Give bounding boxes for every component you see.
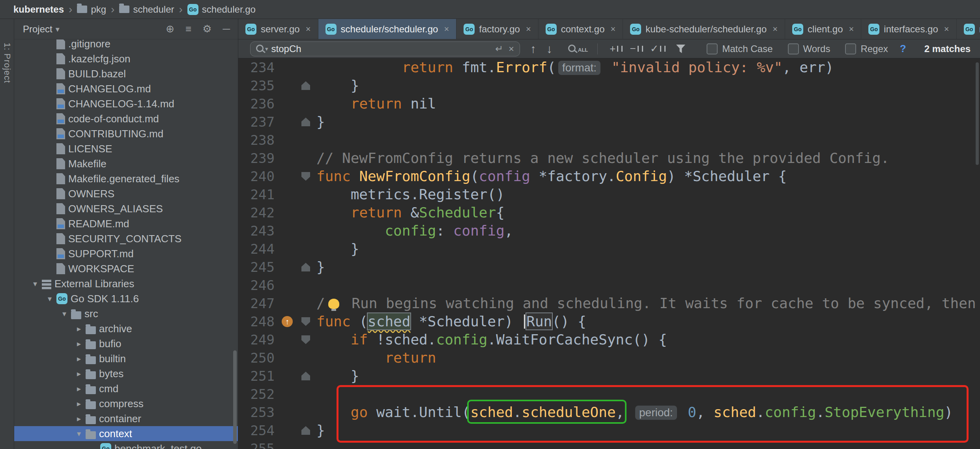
- code-line[interactable]: 249 if !sched.config.WaitForCacheSync() …: [238, 331, 980, 349]
- previous-occurrence-icon[interactable]: ↑: [530, 42, 536, 56]
- tree-item-workspace[interactable]: WORKSPACE: [14, 261, 238, 276]
- tree-collapsed-arrow-icon[interactable]: ▸: [73, 339, 85, 348]
- tree-item-support-md[interactable]: SUPPORT.md: [14, 246, 238, 261]
- close-icon[interactable]: ×: [772, 24, 778, 34]
- code-line[interactable]: 247/ Run begins watching and scheduling.…: [238, 294, 980, 312]
- editor-tab-factory-go[interactable]: Gofactory.go×: [456, 19, 538, 39]
- breadcrumb-item-scheduler[interactable]: scheduler: [119, 4, 174, 15]
- clear-search-icon[interactable]: ×: [509, 43, 514, 54]
- gear-icon[interactable]: ⚙: [202, 23, 211, 35]
- project-tool-button[interactable]: 1: Project: [2, 43, 12, 83]
- close-icon[interactable]: ×: [526, 24, 531, 34]
- tree-item-code-of-conduct-md[interactable]: code-of-conduct.md: [14, 111, 238, 126]
- fold-end-icon[interactable]: [301, 118, 310, 126]
- code-line[interactable]: 239// NewFromConfig returns a new schedu…: [238, 149, 980, 167]
- tree-item-makefile-generated-files[interactable]: Makefile.generated_files: [14, 171, 238, 186]
- tree-collapsed-arrow-icon[interactable]: ▸: [73, 399, 85, 408]
- code-line[interactable]: 234 return fmt.Errorf(format: "invalid p…: [238, 58, 980, 77]
- tree-expanded-arrow-icon[interactable]: ▾: [29, 279, 41, 288]
- code-line[interactable]: 236 return nil: [238, 95, 980, 113]
- tree-collapsed-arrow-icon[interactable]: ▸: [73, 354, 85, 363]
- fold-end-icon[interactable]: [301, 263, 310, 271]
- intention-bulb-icon[interactable]: [328, 299, 339, 309]
- tree-expanded-arrow-icon[interactable]: ▾: [73, 429, 85, 438]
- tree-item-changelog-1-14-md[interactable]: CHANGELOG-1.14.md: [14, 96, 238, 111]
- fold-end-icon[interactable]: [301, 426, 310, 435]
- tree-item-src[interactable]: ▾src: [14, 306, 238, 321]
- editor-scrollbar[interactable]: [974, 58, 980, 449]
- breadcrumb-item-pkg[interactable]: pkg: [77, 4, 106, 15]
- search-query-text[interactable]: stopCh: [271, 43, 495, 54]
- add-selection-icon[interactable]: +: [610, 43, 623, 55]
- breadcrumb-item-kubernetes[interactable]: kubernetes: [13, 4, 64, 15]
- code-line[interactable]: 255: [238, 440, 980, 449]
- tree-item-external-libraries[interactable]: ▾External Libraries: [14, 276, 238, 291]
- tree-item-builtin[interactable]: ▸builtin: [14, 351, 238, 366]
- find-all-icon[interactable]: ALL: [563, 45, 588, 53]
- tree-item-makefile[interactable]: Makefile: [14, 156, 238, 171]
- code-line[interactable]: 251 }: [238, 367, 980, 385]
- tree-item-bytes[interactable]: ▸bytes: [14, 366, 238, 381]
- editor-tab-context-go[interactable]: Gocontext.go×: [539, 19, 623, 39]
- words-option[interactable]: Words: [788, 43, 830, 54]
- tree-item-license[interactable]: LICENSE: [14, 141, 238, 156]
- close-icon[interactable]: ×: [306, 24, 311, 34]
- match-case-option[interactable]: Match Case: [707, 43, 772, 54]
- editor-tab-scheduler-scheduler-go[interactable]: Goscheduler/scheduler.go×: [318, 19, 457, 39]
- close-icon[interactable]: ×: [611, 24, 616, 34]
- tree-item-build-bazel[interactable]: BUILD.bazel: [14, 66, 238, 81]
- editor-tab-kube-scheduler-scheduler-go[interactable]: Gokube-scheduler/scheduler.go×: [623, 19, 785, 39]
- tree-item-archive[interactable]: ▸archive: [14, 321, 238, 336]
- tree-item-cmd[interactable]: ▸cmd: [14, 381, 238, 396]
- newline-icon[interactable]: ↵: [495, 43, 503, 54]
- regex-option[interactable]: Regex: [845, 43, 888, 54]
- code-editor[interactable]: 234 return fmt.Errorf(format: "invalid p…: [238, 58, 980, 449]
- tree-expanded-arrow-icon[interactable]: ▾: [44, 294, 56, 303]
- search-input[interactable]: ▾ stopCh ↵ ×: [250, 41, 520, 56]
- tree-item-kazelcfg-json[interactable]: .kazelcfg.json: [14, 51, 238, 66]
- code-line[interactable]: 250 return: [238, 349, 980, 367]
- tree-item-context[interactable]: ▾context: [14, 426, 238, 441]
- code-line[interactable]: 241 metrics.Register(): [238, 185, 980, 204]
- view-options-icon[interactable]: ≡: [185, 23, 191, 35]
- code-line[interactable]: 235 }: [238, 77, 980, 95]
- tree-item-readme-md[interactable]: README.md: [14, 216, 238, 231]
- search-history-caret-icon[interactable]: ▾: [265, 45, 268, 52]
- tree-expanded-arrow-icon[interactable]: ▾: [58, 309, 70, 318]
- tree-item-security-contacts[interactable]: SECURITY_CONTACTS: [14, 231, 238, 246]
- filter-icon[interactable]: [676, 45, 685, 53]
- breadcrumb-item-scheduler-go[interactable]: Goscheduler.go: [187, 4, 256, 15]
- close-icon[interactable]: ×: [944, 24, 949, 34]
- chevron-down-icon[interactable]: ▾: [56, 24, 60, 34]
- code-line[interactable]: 246: [238, 276, 980, 294]
- words-checkbox[interactable]: [788, 43, 799, 54]
- code-line[interactable]: 252: [238, 385, 980, 403]
- fold-start-icon[interactable]: [301, 335, 310, 344]
- tree-item-changelog-md[interactable]: CHANGELOG.md: [14, 81, 238, 96]
- editor-tab-med[interactable]: Gomed: [957, 19, 980, 39]
- tree-collapsed-arrow-icon[interactable]: ▸: [73, 369, 85, 378]
- editor-tab-server-go[interactable]: Goserver.go×: [238, 19, 318, 39]
- tree-item-owners-aliases[interactable]: OWNERS_ALIASES: [14, 201, 238, 216]
- fold-end-icon[interactable]: [301, 81, 310, 90]
- tree-item-contributing-md[interactable]: CONTRIBUTING.md: [14, 126, 238, 141]
- code-line[interactable]: 237}: [238, 113, 980, 131]
- code-line[interactable]: 248↑func (sched *Scheduler) Run() {: [238, 312, 980, 331]
- tree-collapsed-arrow-icon[interactable]: ▸: [73, 324, 85, 333]
- tree-item-go-sdk-1-11-6[interactable]: ▾GoGo SDK 1.11.6: [14, 291, 238, 306]
- minimize-icon[interactable]: ─: [223, 23, 230, 35]
- fold-start-icon[interactable]: [301, 317, 310, 326]
- next-occurrence-icon[interactable]: ↓: [546, 42, 552, 56]
- locate-icon[interactable]: ⊕: [166, 23, 174, 35]
- close-icon[interactable]: ×: [444, 24, 449, 34]
- help-icon[interactable]: ?: [900, 43, 906, 55]
- remove-selection-icon[interactable]: −: [630, 43, 643, 55]
- code-line[interactable]: 242 return &Scheduler{: [238, 204, 980, 222]
- override-marker-icon[interactable]: ↑: [282, 316, 293, 327]
- code-line[interactable]: 240func NewFromConfig(config *factory.Co…: [238, 167, 980, 185]
- code-line[interactable]: 238: [238, 131, 980, 149]
- tree-item-owners[interactable]: OWNERS: [14, 186, 238, 201]
- tree-scrollbar[interactable]: [233, 350, 237, 444]
- editor-tab-interfaces-go[interactable]: Gointerfaces.go×: [861, 19, 956, 39]
- tree-item-bufio[interactable]: ▸bufio: [14, 336, 238, 351]
